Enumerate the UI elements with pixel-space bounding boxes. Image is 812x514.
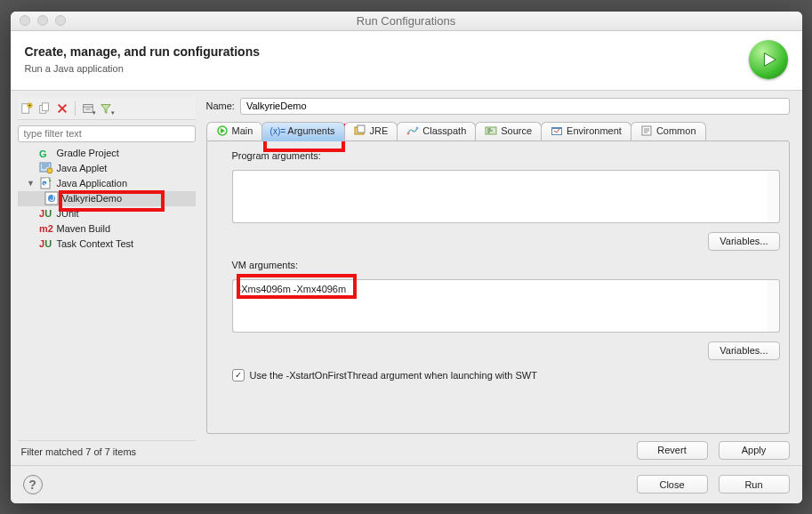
svg-rect-4 xyxy=(83,104,92,112)
arguments-tab-icon: (x)= xyxy=(271,124,284,137)
apply-button[interactable]: Apply xyxy=(719,441,790,460)
close-button[interactable]: Close xyxy=(637,475,708,494)
tab-classpath[interactable]: Classpath xyxy=(397,122,476,141)
swt-checkbox-label: Use the -XstartOnFirstThread argument wh… xyxy=(250,370,537,381)
java-applet-icon xyxy=(39,161,53,175)
tree-item-applet[interactable]: Java Applet xyxy=(18,161,196,176)
name-input[interactable] xyxy=(240,98,790,115)
tab-source[interactable]: Source xyxy=(475,122,542,141)
junit-icon: JU xyxy=(39,237,53,251)
svg-text:J: J xyxy=(50,192,55,203)
new-config-icon[interactable] xyxy=(20,101,34,116)
svg-text:J: J xyxy=(44,176,49,187)
program-args-input[interactable] xyxy=(232,170,768,223)
svg-text:G: G xyxy=(39,149,47,159)
dialog-footer: ? Close Run xyxy=(11,465,802,503)
run-configurations-dialog: Run Configurations Create, manage, and r… xyxy=(11,12,802,503)
gradle-icon: G xyxy=(39,146,53,160)
filter-input[interactable] xyxy=(18,125,196,142)
help-icon[interactable]: ? xyxy=(23,475,43,494)
revert-button[interactable]: Revert xyxy=(637,441,708,460)
svg-text:JU: JU xyxy=(39,238,52,249)
delete-config-icon[interactable] xyxy=(55,101,69,116)
vm-args-label: VM arguments: xyxy=(216,260,780,270)
tree-item-valkyrie[interactable]: JValkyrieDemo xyxy=(18,191,196,206)
tab-jre[interactable]: JRE xyxy=(344,122,398,141)
swt-checkbox[interactable]: ✓ xyxy=(232,369,245,381)
program-vars-button[interactable]: Variables... xyxy=(708,232,779,251)
tree-item-task-context[interactable]: JUTask Context Test xyxy=(18,237,196,252)
svg-point-7 xyxy=(47,168,52,173)
svg-text:JU: JU xyxy=(39,208,52,219)
scrollbar[interactable] xyxy=(768,279,780,333)
left-panel: ▾ ▾ GGradle Project Java Applet ▼JJava A… xyxy=(18,98,196,460)
filter-icon[interactable]: ▾ xyxy=(99,101,113,116)
tab-main[interactable]: Main xyxy=(206,122,263,141)
scrollbar[interactable] xyxy=(768,170,780,223)
source-tab-icon xyxy=(485,124,497,137)
java-app-icon: J xyxy=(39,176,53,190)
titlebar: Run Configurations xyxy=(11,12,802,31)
tab-common[interactable]: Common xyxy=(631,122,706,141)
tab-environment[interactable]: Environment xyxy=(541,122,631,141)
tree-item-gradle[interactable]: GGradle Project xyxy=(18,146,196,161)
dialog-header: Create, manage, and run configurations R… xyxy=(11,31,802,91)
tree-item-java-app[interactable]: ▼JJava Application xyxy=(18,176,196,191)
jre-tab-icon xyxy=(354,124,366,137)
svg-rect-19 xyxy=(358,125,365,133)
header-title: Create, manage, and run configurations xyxy=(25,44,261,59)
common-tab-icon xyxy=(640,124,653,137)
junit-icon: JU xyxy=(39,206,53,221)
svg-rect-24 xyxy=(552,129,561,134)
java-run-icon: J xyxy=(44,191,59,205)
header-subtitle: Run a Java application xyxy=(25,63,261,74)
run-button[interactable]: Run xyxy=(719,475,790,494)
vm-args-input[interactable] xyxy=(232,279,768,333)
collapse-all-icon[interactable]: ▾ xyxy=(81,101,95,116)
arguments-panel: Program arguments: Variables... VM argum… xyxy=(206,141,790,434)
caret-down-icon[interactable]: ▼ xyxy=(27,179,36,188)
filter-status: Filter matched 7 of 7 items xyxy=(18,440,196,460)
run-icon xyxy=(749,40,788,79)
window-title: Run Configurations xyxy=(11,14,802,28)
config-toolbar: ▾ ▾ xyxy=(18,98,196,120)
svg-rect-3 xyxy=(42,102,48,110)
svg-text:m2: m2 xyxy=(39,223,53,234)
config-tree[interactable]: GGradle Project Java Applet ▼JJava Appli… xyxy=(18,146,196,440)
tab-bar: Main (x)=Arguments JRE Classpath Source … xyxy=(201,120,795,141)
name-label: Name: xyxy=(206,100,235,111)
svg-point-21 xyxy=(416,127,419,130)
tab-arguments[interactable]: (x)=Arguments xyxy=(261,122,344,141)
classpath-tab-icon xyxy=(406,124,419,137)
environment-tab-icon xyxy=(551,124,563,137)
svg-point-20 xyxy=(407,133,410,135)
vm-vars-button[interactable]: Variables... xyxy=(708,341,779,360)
main-tab-icon xyxy=(216,124,229,137)
program-args-label: Program arguments: xyxy=(216,150,780,161)
tree-item-maven[interactable]: m2Maven Build xyxy=(18,221,196,237)
right-panel: Name: Main (x)=Arguments JRE Classpath S… xyxy=(201,98,795,460)
maven-icon: m2 xyxy=(39,221,53,236)
tree-item-junit[interactable]: JUJUnit xyxy=(18,206,196,221)
duplicate-config-icon[interactable] xyxy=(37,101,52,116)
